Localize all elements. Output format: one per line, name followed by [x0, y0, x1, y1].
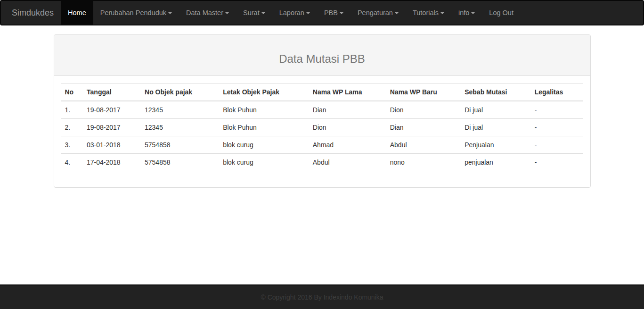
table-cell: Dian — [386, 119, 461, 136]
table-cell: Ahmad — [309, 136, 386, 154]
table-cell: - — [531, 119, 583, 136]
table-cell: 5754858 — [141, 154, 219, 171]
table-cell: 19-08-2017 — [83, 119, 141, 136]
table-cell: 12345 — [141, 119, 219, 136]
column-header-letak-objek-pajak: Letak Objek Pajak — [219, 84, 309, 101]
table-cell: - — [531, 154, 583, 171]
nav-item-data-master: Data Master — [179, 1, 236, 25]
table-cell: 19-08-2017 — [83, 101, 141, 119]
main-content: Data Mutasi PBB NoTanggalNo Objek pajakL… — [47, 25, 598, 188]
panel-body: NoTanggalNo Objek pajakLetak Objek Pajak… — [54, 76, 590, 187]
page-title: Data Mutasi PBB — [61, 52, 583, 66]
column-header-no-objek-pajak: No Objek pajak — [141, 84, 219, 101]
table-cell: Abdul — [309, 154, 386, 171]
page-footer: © Copyright 2016 By Indexindo Komunika — [0, 284, 644, 309]
brand-simdukdes[interactable]: Simdukdes — [5, 1, 61, 25]
nav-item-log-out: Log Out — [482, 1, 521, 25]
table-row: 1.19-08-201712345Blok PuhunDianDionDi ju… — [61, 101, 583, 119]
table-head: NoTanggalNo Objek pajakLetak Objek Pajak… — [61, 84, 583, 101]
table-cell: Dion — [309, 119, 386, 136]
nav-item-pbb: PBB — [317, 1, 351, 25]
table-cell: Dion — [386, 101, 461, 119]
column-header-sebab-mutasi: Sebab Mutasi — [461, 84, 530, 101]
nav-item-info: info — [451, 1, 482, 25]
nav-link-data-master[interactable]: Data Master — [179, 1, 236, 25]
nav-link-pengaturan[interactable]: Pengaturan — [351, 1, 406, 25]
nav-link-home[interactable]: Home — [61, 1, 93, 25]
table-cell: 4. — [61, 154, 83, 171]
table-cell: 03-01-2018 — [83, 136, 141, 154]
caret-down-icon — [471, 12, 475, 14]
table-cell: 3. — [61, 136, 83, 154]
nav-item-tutorials: Tutorials — [406, 1, 451, 25]
table-cell: Blok Puhun — [219, 101, 309, 119]
table-row: 3.03-01-20185754858blok curugAhmadAbdulP… — [61, 136, 583, 154]
panel-heading: Data Mutasi PBB — [54, 35, 590, 76]
table-cell: 2. — [61, 119, 83, 136]
nav-item-perubahan-penduduk: Perubahan Penduduk — [93, 1, 179, 25]
table-row: 2.19-08-201712345Blok PuhunDionDianDi ju… — [61, 119, 583, 136]
nav-link-info[interactable]: info — [451, 1, 482, 25]
nav-link-tutorials[interactable]: Tutorials — [406, 1, 451, 25]
table-cell: blok curug — [219, 136, 309, 154]
column-header-nama-wp-baru: Nama WP Baru — [386, 84, 461, 101]
navbar-right-menu: Log Out — [482, 1, 521, 25]
caret-down-icon — [440, 12, 444, 14]
caret-down-icon — [168, 12, 172, 14]
nav-link-laporan[interactable]: Laporan — [272, 1, 317, 25]
nav-link-perubahan-penduduk[interactable]: Perubahan Penduduk — [93, 1, 179, 25]
table-cell: Abdul — [386, 136, 461, 154]
nav-item-surat: Surat — [236, 1, 272, 25]
table-cell: - — [531, 101, 583, 119]
nav-item-laporan: Laporan — [272, 1, 317, 25]
caret-down-icon — [225, 12, 229, 14]
column-header-tanggal: Tanggal — [83, 84, 141, 101]
column-header-no: No — [61, 84, 83, 101]
navbar: Simdukdes HomePerubahan PendudukData Mas… — [0, 0, 644, 25]
table-cell: Blok Puhun — [219, 119, 309, 136]
column-header-legalitas: Legalitas — [531, 84, 583, 101]
table-cell: 1. — [61, 101, 83, 119]
data-mutasi-pbb-panel: Data Mutasi PBB NoTanggalNo Objek pajakL… — [54, 34, 591, 188]
caret-down-icon — [306, 12, 310, 14]
table-cell: 17-04-2018 — [83, 154, 141, 171]
table-cell: nono — [386, 154, 461, 171]
nav-link-pbb[interactable]: PBB — [317, 1, 351, 25]
caret-down-icon — [395, 12, 399, 14]
table-cell: 12345 — [141, 101, 219, 119]
column-header-nama-wp-lama: Nama WP Lama — [309, 84, 386, 101]
caret-down-icon — [261, 12, 265, 14]
table-row: 4.17-04-20185754858blok curugAbdulnonope… — [61, 154, 583, 171]
table-cell: Penjualan — [461, 136, 530, 154]
table-cell: penjualan — [461, 154, 530, 171]
nav-link-surat[interactable]: Surat — [236, 1, 272, 25]
table-cell: - — [531, 136, 583, 154]
table-cell: 5754858 — [141, 136, 219, 154]
table-cell: Di jual — [461, 101, 530, 119]
table-body: 1.19-08-201712345Blok PuhunDianDionDi ju… — [61, 101, 583, 171]
nav-link-log-out[interactable]: Log Out — [482, 1, 521, 25]
mutasi-pbb-table: NoTanggalNo Objek pajakLetak Objek Pajak… — [61, 83, 583, 171]
nav-item-home: Home — [61, 1, 93, 25]
navbar-menu: HomePerubahan PendudukData MasterSuratLa… — [61, 1, 482, 25]
caret-down-icon — [340, 12, 343, 14]
table-cell: Di jual — [461, 119, 530, 136]
table-header-row: NoTanggalNo Objek pajakLetak Objek Pajak… — [61, 84, 583, 101]
copyright-text: © Copyright 2016 By Indexindo Komunika — [261, 293, 383, 301]
table-cell: blok curug — [219, 154, 309, 171]
nav-item-pengaturan: Pengaturan — [351, 1, 406, 25]
table-cell: Dian — [309, 101, 386, 119]
